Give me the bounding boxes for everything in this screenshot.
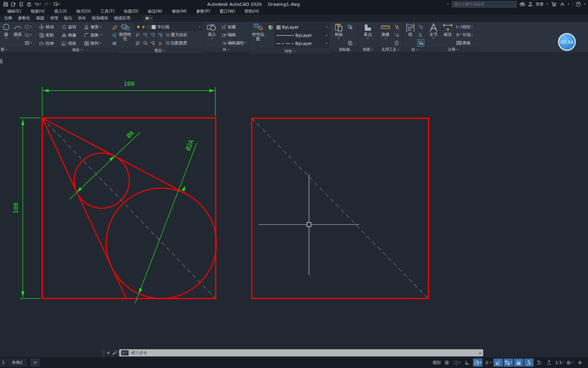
- batch-plot-button[interactable]: ▾: [52, 1, 61, 7]
- cart-icon[interactable]: [551, 2, 557, 6]
- scale-button[interactable]: 1:1▾: [555, 358, 564, 367]
- paste-button[interactable]: 粘贴▾: [332, 23, 346, 47]
- grid-icon[interactable]: [442, 358, 452, 367]
- layout1-tab[interactable]: 1: [0, 358, 7, 367]
- copy-button[interactable]: 复制: [39, 32, 62, 38]
- redo-button[interactable]: ▾: [43, 1, 52, 7]
- edit-attr-button[interactable]: 编辑属性▾: [221, 40, 247, 46]
- save-button[interactable]: [2, 1, 9, 7]
- layout2-tab[interactable]: 布局2: [7, 358, 28, 367]
- lineweight-select[interactable]: ByLayer▾: [275, 32, 329, 39]
- trim-button[interactable]: 修剪▾: [84, 24, 110, 30]
- drawing-canvas[interactable]: ØAØ2A100100: [0, 0, 588, 368]
- layer-properties-button[interactable]: 图层特性: [117, 23, 133, 48]
- match-properties-button[interactable]: 特性匹配: [250, 23, 267, 49]
- annotation-visibility-icon[interactable]: [524, 358, 534, 367]
- panel-layers-caret-icon[interactable]: ▾: [163, 49, 165, 52]
- user-icon[interactable]: [528, 2, 533, 6]
- layer-sun-button[interactable]: [150, 40, 156, 46]
- layer-off-button[interactable]: [135, 31, 141, 38]
- layer-freeze-button[interactable]: [150, 31, 156, 38]
- tab-parametric[interactable]: 参数化: [18, 15, 30, 21]
- group-edit-button[interactable]: [418, 32, 424, 39]
- table-button[interactable]: 表格: [456, 40, 473, 46]
- command-input[interactable]: ▸▾ 键入命令 ▲: [119, 349, 483, 356]
- menu-edit[interactable]: 编辑(E): [7, 9, 21, 14]
- help-icon[interactable]: [576, 2, 581, 7]
- calculator-button[interactable]: [393, 40, 400, 46]
- hatch-tool-button[interactable]: ▾: [24, 40, 32, 46]
- close-icon[interactable]: ×: [107, 351, 110, 355]
- base-point-button[interactable]: 基点▾: [362, 23, 373, 47]
- panel-block-caret-icon[interactable]: ▾: [228, 48, 229, 51]
- command-expand-icon[interactable]: ▲: [479, 351, 481, 354]
- rectangle-tool-button[interactable]: ▾: [24, 24, 32, 30]
- menu-dimension[interactable]: 标注(N): [148, 9, 162, 14]
- edit-block-button[interactable]: 编辑: [221, 32, 247, 39]
- create-block-button[interactable]: 创建: [221, 24, 247, 30]
- fillet-button[interactable]: 圆角▾: [84, 32, 110, 38]
- layer-on-button[interactable]: [135, 40, 141, 46]
- linear-dim-button[interactable]: 线性▾: [456, 24, 473, 30]
- panel-modify-caret-icon[interactable]: ▾: [81, 49, 82, 51]
- tab-view[interactable]: 视图: [36, 15, 44, 21]
- select-all-button[interactable]: [393, 32, 400, 39]
- insert-block-button[interactable]: 插入▾: [204, 23, 220, 47]
- tab-addins[interactable]: 附加模块: [92, 15, 108, 21]
- undo-caret-icon[interactable]: ▾: [40, 3, 41, 5]
- isodraft-caret-icon[interactable]: ▾: [490, 361, 491, 364]
- settings-gear-icon[interactable]: ▾: [565, 358, 574, 367]
- panel-utilities-caret-icon[interactable]: ▾: [398, 48, 399, 51]
- annotation-scale-icon[interactable]: [544, 358, 554, 367]
- set-current-button[interactable]: 置为当前: [165, 31, 188, 38]
- panel-properties-caret-icon[interactable]: ▾: [294, 50, 295, 53]
- plot-button[interactable]: [26, 1, 33, 7]
- match-layer-button[interactable]: 匹配图层: [165, 40, 188, 46]
- menu-view[interactable]: 视图(V): [31, 9, 45, 14]
- ortho-icon[interactable]: [463, 358, 472, 367]
- tab-featured-apps[interactable]: 精选应用: [114, 15, 130, 21]
- polar-tracking-icon[interactable]: ▾: [473, 358, 483, 367]
- group-button[interactable]: 组: [404, 23, 417, 47]
- redo-caret-icon[interactable]: ▾: [49, 3, 51, 5]
- tab-manage[interactable]: 管理: [50, 15, 58, 21]
- binoculars-icon[interactable]: [520, 2, 525, 6]
- move-button[interactable]: 移动: [39, 24, 62, 30]
- signin-label[interactable]: 登录: [536, 1, 544, 7]
- menu-help[interactable]: 帮助(H): [244, 9, 259, 14]
- leader-button[interactable]: 引线▾: [456, 32, 473, 39]
- timer-badge[interactable]: 02:54: [558, 33, 576, 51]
- group-selection-toggle[interactable]: [418, 40, 424, 46]
- ellipse-tool-button[interactable]: ▾: [24, 32, 32, 39]
- tab-collaborate[interactable]: 协作: [78, 15, 86, 21]
- array-button[interactable]: 阵列▾: [84, 41, 110, 46]
- menu-tools[interactable]: 工具(T): [100, 9, 114, 14]
- layer-isolate-button[interactable]: [142, 31, 148, 38]
- arc-tool-button[interactable]: 圆弧▾: [12, 23, 23, 47]
- scale-caret-icon[interactable]: ▾: [562, 361, 564, 364]
- help-caret-icon[interactable]: ▾: [584, 3, 585, 5]
- copy-clip-button[interactable]: [347, 40, 354, 46]
- osnap-tracking-icon[interactable]: [493, 358, 503, 367]
- tab-output[interactable]: 输出: [64, 15, 72, 21]
- panel-draw-caret-icon[interactable]: ▾: [6, 48, 7, 51]
- grip-handle-icon[interactable]: [102, 350, 105, 356]
- autodesk-app-icon[interactable]: [560, 2, 565, 6]
- model-button[interactable]: 模型: [432, 358, 442, 367]
- wrench-icon[interactable]: [112, 350, 117, 355]
- annotation-autoscale-icon[interactable]: [534, 358, 544, 367]
- app-caret-icon[interactable]: ▾: [568, 3, 569, 5]
- menu-modify[interactable]: 修改(M): [172, 9, 187, 14]
- menu-draw[interactable]: 绘图(D): [124, 9, 138, 14]
- search-collapse-icon[interactable]: ▸: [447, 3, 449, 5]
- osnap-caret-icon[interactable]: ▾: [510, 361, 512, 364]
- settings-caret-icon[interactable]: ▾: [572, 361, 573, 364]
- ribbon-display-toggle[interactable]: ▾: [144, 15, 153, 21]
- layer-thaw-button[interactable]: [142, 40, 148, 46]
- scale-button[interactable]: 缩放: [62, 41, 84, 46]
- snap-caret-icon[interactable]: ▾: [459, 361, 461, 364]
- mirror-button[interactable]: 镜像: [62, 32, 84, 38]
- menu-window[interactable]: 窗口(W): [219, 9, 235, 14]
- menu-insert[interactable]: 插入(I): [54, 9, 67, 14]
- panel-annotation-caret-icon[interactable]: ▾: [457, 48, 458, 51]
